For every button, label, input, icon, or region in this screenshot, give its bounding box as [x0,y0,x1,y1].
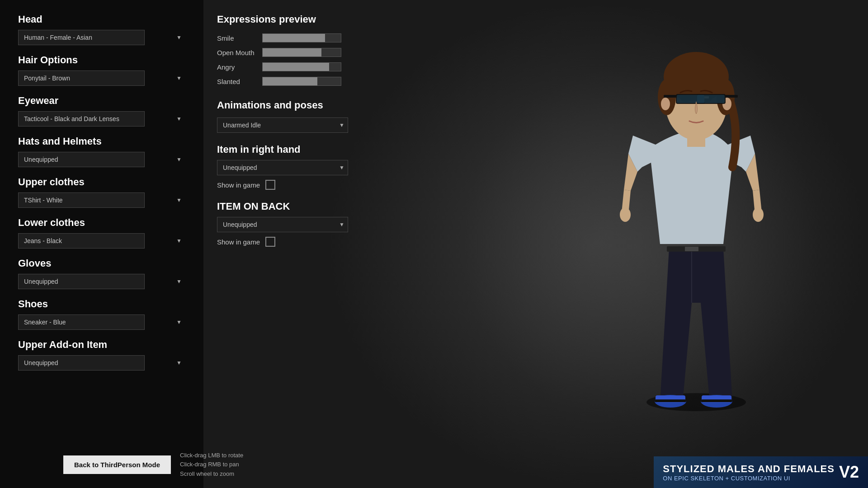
bottom-bar: Back to ThirdPerson Mode Click-drag LMB … [63,451,243,479]
dropdown-eyewear[interactable]: Tacticool - Black and Dark LensesNoneAvi… [18,111,145,127]
section-label-lower_clothes: Lower clothes [18,217,185,229]
back-show-in-game-checkbox[interactable] [265,237,275,247]
right-hand-show-in-game-checkbox[interactable] [265,180,275,190]
svg-rect-27 [701,399,732,402]
expression-label-open_mouth: Open Mouth [217,49,262,56]
watermark-line2: ON EPIC SKELETON + CUSTOMIZATION UI [663,475,835,482]
right-hand-show-in-game-row: Show in game [217,180,348,190]
dropdown-arrow-lower_clothes: ▼ [176,238,182,244]
expression-bar-bg-angry[interactable] [262,62,341,71]
animations-dropdown[interactable]: Unarmed IdleCombat IdleRunningWalking [217,117,348,133]
left-panel: HeadHuman - Female - AsianHuman - Female… [0,0,203,488]
expression-label-angry: Angry [217,63,262,71]
expression-label-smile: Smile [217,34,262,42]
dropdown-arrow-hair_options: ▼ [176,75,182,81]
section-label-upper_addon: Upper Add-on Item [18,339,185,351]
dropdown-wrapper-head: Human - Female - AsianHuman - Female - E… [18,30,185,45]
dropdown-hair_options[interactable]: Ponytail - BrownShort - BlondeLong - Bla… [18,70,145,86]
animations-dropdown-wrapper: Unarmed IdleCombat IdleRunningWalking ▼ [217,117,348,133]
character-svg [597,9,800,416]
expression-label-slanted: Slanted [217,78,262,85]
dropdown-arrow-shoes: ▼ [176,319,182,325]
expression-row-smile: Smile [217,33,348,42]
expression-row-slanted: Slanted [217,77,348,86]
svg-point-11 [661,98,670,110]
item-on-back-dropdown[interactable]: UnequippedBackpackSniper Rifle [217,217,348,232]
section-label-hair_options: Hair Options [18,54,185,66]
back-show-in-game-row: Show in game [217,237,348,247]
dropdown-hats_helmets[interactable]: UnequippedBaseball CapTactical Helmet [18,152,145,167]
back-show-in-game-label: Show in game [217,238,260,246]
dropdown-wrapper-hair_options: Ponytail - BrownShort - BlondeLong - Bla… [18,70,185,86]
expression-row-angry: Angry [217,62,348,71]
dropdown-upper_addon[interactable]: UnequippedBackpackVest [18,355,145,371]
section-label-hats_helmets: Hats and Helmets [18,136,185,147]
watermark-line1: STYLIZED MALES AND FEMALES [663,463,835,475]
item-on-back-dropdown-wrapper: UnequippedBackpackSniper Rifle ▼ [217,217,348,232]
svg-rect-26 [655,399,686,402]
expression-bar-fill-angry [263,63,329,71]
svg-point-4 [620,207,631,222]
section-label-head: Head [18,14,185,25]
item-right-hand-dropdown-wrapper: UnequippedPistolRifleKnife ▼ [217,160,348,175]
character-viewport [348,0,868,488]
dropdown-wrapper-gloves: UnequippedTactical GlovesFingerless Glov… [18,274,185,289]
dropdown-shoes[interactable]: Sneaker - BlueBoots - BlackSandals [18,314,145,330]
section-label-shoes: Shoes [18,298,185,310]
section-label-eyewear: Eyewear [18,95,185,107]
svg-rect-18 [664,95,677,98]
dropdown-upper_clothes[interactable]: TShirt - WhiteJacket - BlackHoodie - Gra… [18,192,145,208]
item-right-hand-title: Item in right hand [217,144,348,155]
svg-rect-21 [697,95,725,103]
dropdown-wrapper-shoes: Sneaker - BlueBoots - BlackSandals▼ [18,314,185,330]
expression-bar-fill-slanted [263,77,317,85]
dropdown-arrow-hats_helmets: ▼ [176,156,182,163]
item-right-hand-dropdown[interactable]: UnequippedPistolRifleKnife [217,160,348,175]
dropdown-wrapper-hats_helmets: UnequippedBaseball CapTactical Helmet▼ [18,152,185,167]
dropdown-arrow-head: ▼ [176,34,182,41]
dropdown-arrow-eyewear: ▼ [176,116,182,122]
hints-text: Click-drag LMB to rotateClick-drag RMB t… [180,451,243,479]
dropdown-wrapper-upper_clothes: TShirt - WhiteJacket - BlackHoodie - Gra… [18,192,185,208]
expression-bar-bg-smile[interactable] [262,33,341,42]
middle-panel: Expressions preview SmileOpen MouthAngry… [203,0,362,361]
dropdown-wrapper-lower_clothes: Jeans - BlackShorts - BlueCargo Pants - … [18,233,185,249]
expression-row-open_mouth: Open Mouth [217,48,348,57]
dropdown-arrow-gloves: ▼ [176,278,182,285]
expression-bar-fill-open_mouth [263,48,321,56]
watermark-version: V2 [839,463,859,482]
dropdown-arrow-upper_addon: ▼ [176,360,182,366]
expressions-title: Expressions preview [217,14,348,25]
svg-rect-19 [724,95,738,98]
svg-point-5 [753,207,764,222]
section-label-gloves: Gloves [18,258,185,269]
dropdown-arrow-upper_clothes: ▼ [176,197,182,203]
expression-bar-bg-open_mouth[interactable] [262,48,341,57]
expression-bar-bg-slanted[interactable] [262,77,341,86]
section-label-upper_clothes: Upper clothes [18,176,185,188]
character-container [597,9,800,416]
right-hand-show-in-game-label: Show in game [217,181,260,189]
dropdown-lower_clothes[interactable]: Jeans - BlackShorts - BlueCargo Pants - … [18,233,145,249]
svg-rect-3 [685,247,698,251]
dropdown-head[interactable]: Human - Female - AsianHuman - Female - E… [18,30,145,45]
animations-title: Animations and poses [217,99,348,111]
item-on-back-title: ITEM ON BACK [217,201,348,212]
dropdown-gloves[interactable]: UnequippedTactical GlovesFingerless Glov… [18,274,145,289]
watermark: STYLIZED MALES AND FEMALES ON EPIC SKELE… [654,456,868,488]
dropdown-wrapper-upper_addon: UnequippedBackpackVest▼ [18,355,185,371]
dropdown-wrapper-eyewear: Tacticool - Black and Dark LensesNoneAvi… [18,111,185,127]
expression-bar-fill-smile [263,34,325,42]
back-to-thirdperson-button[interactable]: Back to ThirdPerson Mode [63,455,171,474]
